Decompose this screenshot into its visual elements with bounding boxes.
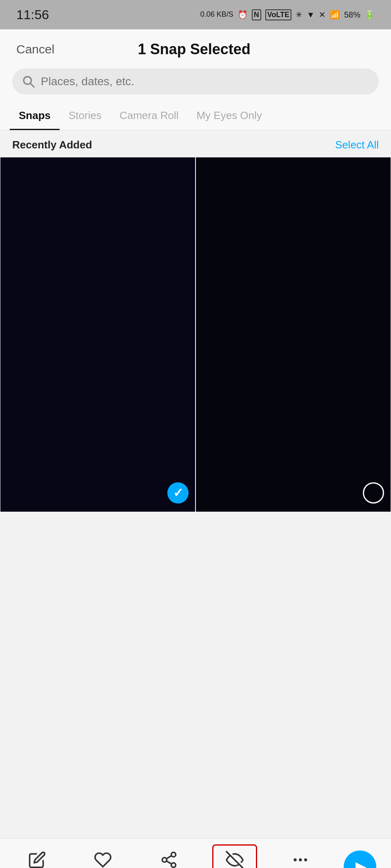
selection-circle-2[interactable] [363,482,384,504]
tab-my-eyes-only[interactable]: My Eyes Only [187,101,271,130]
media-grid: ✓ [0,157,391,512]
toolbar-favorite[interactable]: Favorite [80,846,126,868]
bottom-toolbar: Edit Favorite Export [0,838,391,868]
volte-icon: VoLTE [265,9,291,20]
svg-point-10 [295,859,296,861]
section-header: Recently Added Select All [0,130,391,157]
svg-line-6 [167,856,172,859]
selection-circle-1[interactable]: ✓ [167,482,189,504]
wifi-icon: ▼ [307,10,315,20]
nfc-icon: N [252,9,261,20]
tab-snaps[interactable]: Snaps [10,101,60,130]
check-icon-1: ✓ [173,486,183,500]
search-input[interactable] [41,75,369,88]
toolbar-edit[interactable]: Edit [15,846,60,868]
bluetooth-icon: ✳ [295,10,302,20]
network-bars-icon: 📶 [330,10,340,20]
svg-point-8 [300,859,301,861]
battery-level: 58% [344,10,360,20]
search-box[interactable] [12,68,379,95]
svg-line-1 [31,84,34,87]
status-bar: 11:56 0.06 KB/S ⏰ N VoLTE ✳ ▼ ✕ 📶 58% 🔋 [0,0,391,29]
content-area [0,512,391,838]
media-item-1[interactable]: ✓ [0,157,196,512]
toolbar-more[interactable]: More [278,846,323,868]
more-icon [290,850,311,868]
recently-added-label: Recently Added [12,139,92,151]
svg-point-0 [24,77,31,84]
edit-icon [27,850,47,868]
favorite-icon [93,850,113,868]
send-button[interactable]: ▶ [344,850,376,868]
svg-line-5 [167,861,172,864]
battery-icon: 🔋 [364,10,375,20]
status-time: 11:56 [16,7,49,22]
search-icon [22,75,35,88]
cancel-button[interactable]: Cancel [16,42,54,56]
tab-camera-roll[interactable]: Camera Roll [111,101,188,130]
tabs-container: Snaps Stories Camera Roll My Eyes Only [0,101,391,130]
signal-icon: ✕ [319,10,326,20]
send-arrow-icon: ▶ [355,858,367,868]
hide-icon [224,850,245,868]
header: Cancel 1 Snap Selected [0,29,391,64]
data-speed-label: 0.06 KB/S [200,11,233,19]
select-all-button[interactable]: Select All [335,139,379,151]
tab-stories[interactable]: Stories [60,101,111,130]
media-item-2[interactable] [196,157,391,512]
export-icon [159,850,179,868]
toolbar-hide[interactable]: Hide [212,844,257,868]
page-title: 1 Snap Selected [138,41,251,58]
svg-point-9 [305,859,307,861]
toolbar-export[interactable]: Export [147,846,191,868]
alarm-icon: ⏰ [238,10,248,20]
search-container [0,64,391,101]
status-icons: 0.06 KB/S ⏰ N VoLTE ✳ ▼ ✕ 📶 58% 🔋 [200,9,375,20]
